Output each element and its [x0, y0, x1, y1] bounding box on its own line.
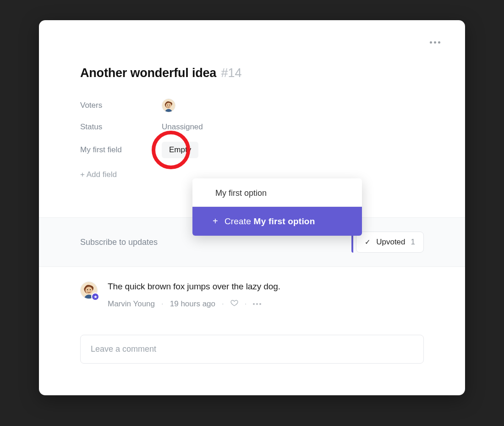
field-list: Voters Status Unassigned: [80, 99, 424, 179]
field-custom: My first field Empty: [80, 142, 424, 158]
field-status: Status Unassigned: [80, 122, 424, 132]
svg-point-3: [169, 105, 170, 105]
create-label-name: My first option: [254, 216, 315, 226]
field-voters: Voters: [80, 99, 424, 112]
comment-author-avatar[interactable]: [80, 282, 98, 299]
dots-icon: [434, 41, 436, 44]
dots-icon: [256, 303, 258, 305]
upvote-count: 1: [411, 238, 415, 247]
dots-icon: [253, 303, 255, 305]
dots-icon: [430, 41, 432, 44]
create-option-button[interactable]: + Create My first option: [192, 207, 362, 236]
comment-placeholder: Leave a comment: [91, 344, 156, 354]
field-label: Status: [80, 122, 162, 132]
upvote-button[interactable]: ✓ Upvoted 1: [356, 232, 424, 253]
comment-author[interactable]: Marvin Young: [108, 299, 155, 309]
field-option-dropdown: My first option + Create My first option: [192, 178, 362, 236]
dots-icon: [259, 303, 261, 305]
subscribe-label[interactable]: Subscribe to updates: [80, 238, 158, 247]
post-title: Another wonderful idea #14: [80, 66, 424, 80]
svg-point-6: [87, 289, 88, 290]
admin-badge-icon: [91, 293, 99, 301]
comment-input[interactable]: Leave a comment: [80, 335, 424, 364]
comments-section: The quick brown fox jumps over the lazy …: [39, 282, 465, 364]
comment-more-button[interactable]: [253, 303, 261, 305]
post-title-number: #14: [221, 66, 242, 80]
like-button[interactable]: [230, 299, 238, 309]
post-title-text: Another wonderful idea: [80, 66, 216, 80]
field-label: Voters: [80, 101, 162, 110]
create-label-prefix: Create: [225, 216, 251, 226]
check-icon: ✓: [365, 238, 371, 246]
upvote-control: ✓ Upvoted 1: [351, 232, 424, 253]
separator-dot: ·: [222, 299, 224, 309]
post-content: Another wonderful idea #14 Voters: [39, 20, 465, 179]
comment: The quick brown fox jumps over the lazy …: [80, 282, 424, 309]
person-avatar-icon: [162, 99, 175, 112]
dots-icon: [438, 41, 440, 44]
dropdown-search-input[interactable]: My first option: [192, 178, 362, 207]
svg-point-7: [90, 289, 91, 290]
comment-text: The quick brown fox jumps over the lazy …: [108, 282, 424, 292]
upvote-label: Upvoted: [376, 238, 405, 247]
plus-icon: +: [213, 216, 218, 227]
field-label: My first field: [80, 145, 162, 155]
custom-field-value[interactable]: Empty: [162, 142, 198, 158]
voter-avatar[interactable]: [162, 99, 175, 112]
separator-dot: ·: [161, 299, 164, 309]
svg-point-2: [167, 105, 168, 105]
comment-time: 19 hours ago: [170, 299, 215, 309]
more-menu-button[interactable]: [427, 39, 443, 46]
status-value[interactable]: Unassigned: [162, 122, 203, 132]
comment-meta: Marvin Young · 19 hours ago · ·: [108, 299, 424, 309]
heart-icon: [230, 299, 238, 307]
separator-dot: ·: [245, 299, 247, 309]
add-field-button[interactable]: + Add field: [80, 170, 424, 179]
comment-body: The quick brown fox jumps over the lazy …: [108, 282, 424, 309]
post-card: Another wonderful idea #14 Voters: [39, 20, 465, 395]
